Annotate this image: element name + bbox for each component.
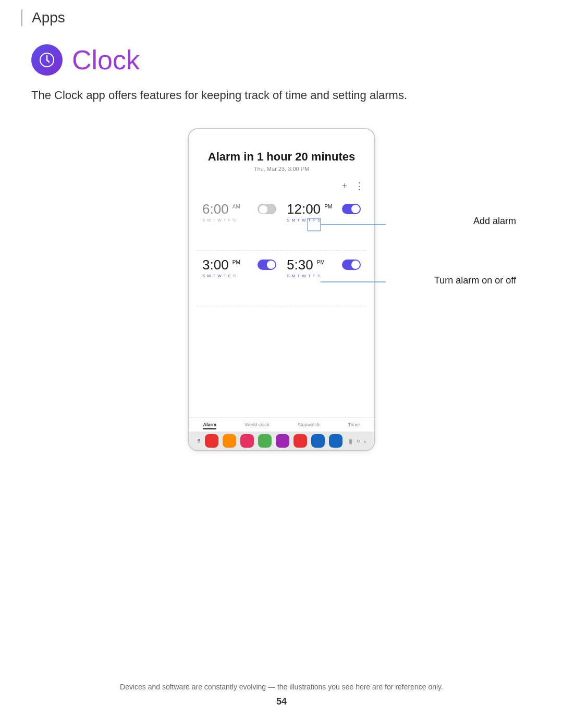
app-icon-7 — [311, 434, 325, 448]
app-icon-6 — [293, 434, 307, 448]
add-alarm-button[interactable]: + — [342, 181, 347, 191]
svg-point-1 — [46, 59, 48, 61]
alarm-toggle-4[interactable] — [342, 260, 361, 270]
tab-world-clock[interactable]: World clock — [245, 422, 269, 429]
alarm-item-1: 6:00 AM S M T W T F S — [197, 195, 282, 251]
alarm-banner-subtitle: Thu, Mar 23, 3:00 PM — [199, 166, 364, 172]
alarm-days-1: S M T W T F S — [202, 218, 276, 223]
tab-stopwatch[interactable]: Stopwatch — [298, 422, 320, 429]
clock-description: The Clock app offers features for keepin… — [31, 86, 532, 104]
footer-note: Devices and software are constantly evol… — [0, 683, 563, 691]
alarm-time-3: 3:00 PM — [202, 258, 240, 272]
alarm-grid: 6:00 AM S M T W T F S 12:00 PM S M T W T… — [189, 195, 374, 306]
alarm-days-4: S M T W T F S — [287, 274, 361, 278]
page-title: Clock — [72, 44, 140, 76]
app-icon-1 — [205, 434, 218, 448]
alarm-toggle-3[interactable] — [258, 260, 276, 270]
clock-app-icon — [31, 44, 63, 76]
more-options-button[interactable]: ⋮ — [354, 181, 364, 191]
alarm-item-2: 12:00 PM S M T W T F S — [282, 195, 366, 251]
alarm-item-4: 5:30 PM S M T W T F S — [282, 251, 366, 306]
alarm-days-2: S M T W T F S — [287, 218, 361, 223]
alarm-toggle-1[interactable] — [258, 204, 276, 214]
alarm-days-3: S M T W T F S — [202, 274, 276, 278]
phone-tabs: Alarm World clock Stopwatch Timer — [189, 417, 374, 431]
clock-header: Clock — [31, 44, 532, 76]
app-icon-5 — [276, 434, 289, 448]
phone-app-bar: ⠿ ||| ○ ‹ — [189, 431, 374, 450]
alarm-banner: Alarm in 1 hour 20 minutes Thu, Mar 23, … — [189, 129, 374, 177]
app-icon-4 — [258, 434, 272, 448]
tab-alarm[interactable]: Alarm — [203, 422, 216, 429]
callout-turn-alarm: Turn alarm on or off — [434, 275, 516, 286]
callout-add-alarm: Add alarm — [473, 216, 516, 227]
alarm-toggle-2[interactable] — [342, 204, 361, 214]
alarm-toolbar: + ⋮ — [189, 177, 374, 195]
page-footer: Devices and software are constantly evol… — [0, 683, 563, 707]
alarm-time-4: 5:30 PM — [287, 258, 325, 272]
alarm-time-2: 12:00 PM — [287, 202, 332, 216]
app-icon-2 — [223, 434, 236, 448]
alarm-item-3: 3:00 PM S M T W T F S — [197, 251, 282, 306]
breadcrumb: Apps — [32, 9, 65, 26]
page-number: 54 — [0, 696, 563, 707]
tab-timer[interactable]: Timer — [348, 422, 360, 429]
alarm-time-1: 6:00 AM — [202, 202, 240, 216]
app-icon-3 — [240, 434, 254, 448]
alarm-banner-title: Alarm in 1 hour 20 minutes — [199, 150, 364, 164]
phone-mockup: Alarm in 1 hour 20 minutes Thu, Mar 23, … — [188, 128, 375, 451]
app-icon-8 — [329, 434, 342, 448]
